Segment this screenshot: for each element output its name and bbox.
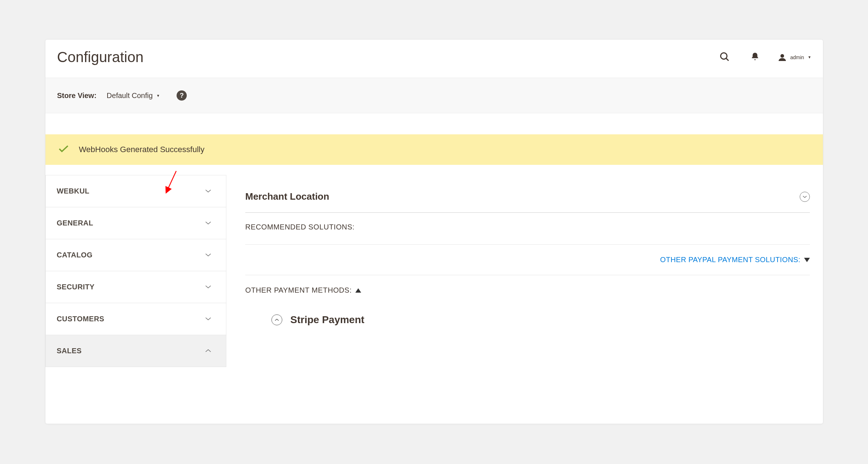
main-content: Merchant Location RECOMMENDED SOLUTIONS:… <box>226 175 823 326</box>
chevron-down-icon <box>205 219 211 227</box>
user-label: admin <box>790 54 804 60</box>
panel-header: Configuration <box>45 40 823 78</box>
user-menu[interactable]: admin ▼ <box>778 53 811 62</box>
paypal-solutions-row: OTHER PAYPAL PAYMENT SOLUTIONS: <box>245 245 810 275</box>
sidebar-item-label: SECURITY <box>57 283 94 291</box>
store-view-value: Default Config <box>107 91 153 100</box>
sidebar-item-label: CATALOG <box>57 251 93 259</box>
merchant-location-title: Merchant Location <box>245 191 329 202</box>
svg-point-2 <box>780 54 784 58</box>
sidebar-item-webkul[interactable]: WEBKUL <box>45 175 226 207</box>
sidebar-item-label: CUSTOMERS <box>57 315 104 323</box>
svg-line-1 <box>726 58 728 61</box>
recommended-solutions-label: RECOMMENDED SOLUTIONS: <box>245 213 810 245</box>
alert-message: WebHooks Generated Successfully <box>79 145 205 154</box>
check-icon <box>58 144 69 155</box>
header-actions: admin ▼ <box>717 49 811 65</box>
paypal-solutions-link[interactable]: OTHER PAYPAL PAYMENT SOLUTIONS: <box>660 256 800 264</box>
sidebar-item-sales[interactable]: SALES <box>45 335 226 367</box>
triangle-down-icon[interactable] <box>804 258 810 262</box>
page-title: Configuration <box>57 49 144 65</box>
caret-down-icon: ▼ <box>808 55 811 59</box>
chevron-down-icon <box>205 283 211 291</box>
stripe-payment-title: Stripe Payment <box>290 314 364 326</box>
sidebar-item-security[interactable]: SECURITY <box>45 271 226 303</box>
store-view-label: Store View: <box>57 91 97 100</box>
content-area: WEBKUL GENERAL CATALOG <box>45 165 823 367</box>
chevron-down-icon <box>205 315 211 323</box>
sidebar-item-general[interactable]: GENERAL <box>45 207 226 239</box>
user-icon <box>778 53 787 62</box>
store-view-row: Store View: Default Config ▼ ? <box>45 78 823 113</box>
other-payment-methods-label: OTHER PAYMENT METHODS: <box>245 286 352 294</box>
caret-down-icon: ▼ <box>156 94 160 98</box>
notifications-icon[interactable] <box>748 50 762 65</box>
stripe-payment-row: Stripe Payment <box>245 298 810 326</box>
chevron-up-icon <box>205 347 211 355</box>
sidebar-item-label: GENERAL <box>57 219 93 227</box>
triangle-up-icon <box>355 288 361 293</box>
merchant-location-section[interactable]: Merchant Location <box>245 184 810 213</box>
success-alert: WebHooks Generated Successfully <box>45 134 823 165</box>
expand-toggle-icon[interactable] <box>271 314 282 325</box>
config-panel: Configuration <box>45 39 823 424</box>
store-view-select[interactable]: Default Config ▼ <box>107 91 160 100</box>
help-icon[interactable]: ? <box>177 90 187 101</box>
config-sidebar: WEBKUL GENERAL CATALOG <box>45 175 226 367</box>
svg-point-0 <box>720 53 727 59</box>
other-payment-methods-toggle[interactable]: OTHER PAYMENT METHODS: <box>245 275 810 298</box>
collapse-toggle-icon[interactable] <box>800 192 810 202</box>
sidebar-item-label: SALES <box>57 347 82 355</box>
sidebar-item-catalog[interactable]: CATALOG <box>45 239 226 271</box>
spacer <box>45 113 823 134</box>
chevron-down-icon <box>205 251 211 259</box>
search-icon[interactable] <box>717 49 732 65</box>
chevron-down-icon <box>205 187 211 195</box>
sidebar-item-label: WEBKUL <box>57 187 89 195</box>
sidebar-item-customers[interactable]: CUSTOMERS <box>45 303 226 335</box>
